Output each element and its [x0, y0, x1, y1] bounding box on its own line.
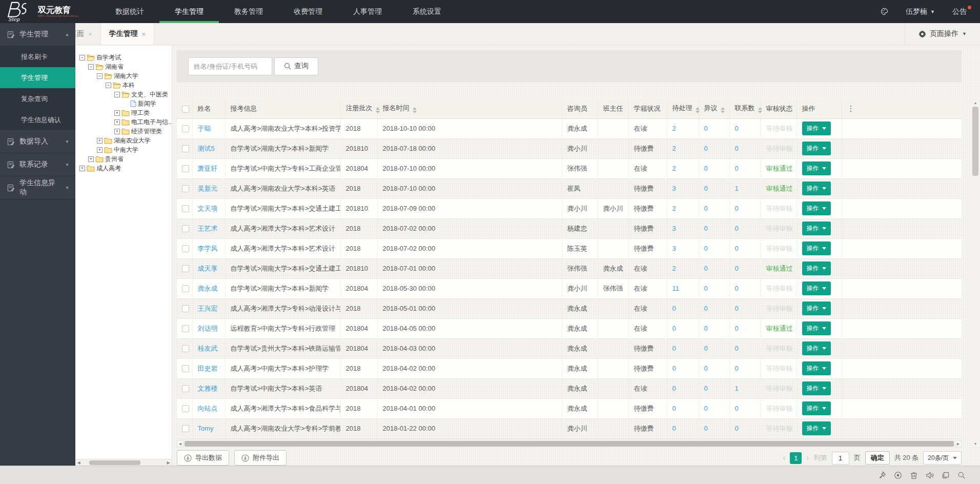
contact-count-link[interactable]: 0: [735, 125, 739, 132]
export-data-button[interactable]: 导出数据: [177, 450, 229, 466]
contact-count-link[interactable]: 0: [735, 345, 739, 352]
row-checkbox[interactable]: [182, 225, 189, 232]
collapse-icon[interactable]: −: [106, 83, 111, 88]
prev-page-icon[interactable]: ‹: [783, 453, 785, 462]
nav-item-6[interactable]: 系统设置: [397, 0, 457, 23]
objection-count-link[interactable]: 0: [704, 125, 708, 132]
student-name-link[interactable]: 王兴宏: [198, 305, 218, 312]
column-settings-icon[interactable]: ⋮: [847, 104, 855, 113]
expand-icon[interactable]: +: [114, 129, 120, 134]
row-action-button[interactable]: 操作: [802, 281, 831, 295]
objection-count-link[interactable]: 0: [704, 325, 708, 332]
sidebar-item-报名刷卡[interactable]: 报名刷卡: [0, 46, 75, 67]
student-name-link[interactable]: 成天享: [198, 265, 218, 272]
row-action-button[interactable]: 操作: [802, 221, 831, 235]
objection-count-link[interactable]: 0: [704, 145, 708, 152]
confirm-page-button[interactable]: 确定: [865, 451, 890, 465]
tree-node-1[interactable]: −自学考试: [77, 53, 172, 62]
row-checkbox[interactable]: [182, 165, 189, 172]
scroll-left-icon[interactable]: ◀: [177, 440, 183, 447]
student-name-link[interactable]: 刘达明: [198, 325, 218, 332]
scroll-down-icon[interactable]: ▼: [972, 440, 979, 447]
objection-count-link[interactable]: 0: [704, 305, 708, 312]
pending-count-link[interactable]: 0: [672, 325, 676, 332]
student-name-link[interactable]: 李学风: [198, 245, 218, 252]
tree-node-5[interactable]: −文史、中医类: [77, 90, 172, 99]
close-icon[interactable]: ×: [142, 30, 146, 38]
row-action-button[interactable]: 操作: [802, 241, 831, 255]
contact-count-link[interactable]: 1: [735, 385, 739, 392]
search-button[interactable]: 查询: [274, 57, 318, 75]
objection-count-link[interactable]: 0: [704, 425, 708, 432]
row-action-button[interactable]: 操作: [802, 261, 831, 275]
objection-count-link[interactable]: 0: [704, 365, 708, 372]
nav-item-5[interactable]: 人事管理: [338, 0, 397, 23]
objection-count-link[interactable]: 0: [704, 165, 708, 172]
tree-node-9[interactable]: +经济管理类: [77, 127, 172, 136]
scrollbar-thumb[interactable]: [185, 441, 954, 447]
collapse-icon[interactable]: −: [114, 92, 120, 97]
row-action-button[interactable]: 操作: [802, 341, 831, 355]
row-checkbox[interactable]: [182, 265, 189, 272]
pending-count-link[interactable]: 3: [672, 225, 676, 232]
objection-count-link[interactable]: 0: [704, 345, 708, 352]
objection-count-link[interactable]: 0: [704, 385, 708, 392]
theme-icon[interactable]: [881, 8, 888, 15]
scroll-right-icon[interactable]: ▶: [165, 459, 172, 466]
student-name-link[interactable]: 萧亚轩: [198, 165, 218, 172]
pending-count-link[interactable]: 0: [672, 405, 676, 412]
pending-count-link[interactable]: 3: [672, 185, 676, 192]
tree-node-6[interactable]: 新闻学: [77, 99, 172, 108]
export-attachment-button[interactable]: 附件导出: [234, 450, 287, 466]
student-name-link[interactable]: 桂友武: [198, 345, 218, 352]
pending-count-link[interactable]: 11: [672, 285, 680, 292]
contact-count-link[interactable]: 0: [735, 225, 739, 232]
collapse-icon[interactable]: −: [97, 73, 103, 79]
pending-count-link[interactable]: 0: [672, 345, 676, 352]
record-icon[interactable]: [894, 471, 902, 479]
expand-icon[interactable]: +: [97, 138, 103, 144]
row-action-button[interactable]: 操作: [802, 122, 831, 135]
pending-count-link[interactable]: 2: [672, 125, 676, 132]
volume-icon[interactable]: [926, 471, 934, 479]
row-checkbox[interactable]: [182, 185, 189, 192]
app-logo[interactable]: Step 双元教育 BBS Vocational Education: [0, 0, 100, 23]
close-icon[interactable]: ×: [88, 30, 92, 38]
nav-item-3[interactable]: 教务管理: [219, 0, 278, 23]
row-action-button[interactable]: 操作: [802, 201, 831, 215]
pending-count-link[interactable]: 0: [672, 305, 676, 312]
column-header-7[interactable]: 学籍状况: [628, 99, 667, 118]
row-action-button[interactable]: 操作: [802, 361, 831, 375]
contact-count-link[interactable]: 0: [735, 305, 739, 312]
pending-count-link[interactable]: 0: [672, 425, 676, 432]
column-header-5[interactable]: 咨询员: [562, 99, 598, 118]
contact-count-link[interactable]: 0: [735, 205, 739, 212]
nav-item-4[interactable]: 收费管理: [278, 0, 338, 23]
student-name-link[interactable]: 向站点: [198, 405, 218, 412]
row-action-button[interactable]: 操作: [802, 381, 831, 395]
sort-icon[interactable]: [696, 107, 700, 113]
user-menu[interactable]: 伍梦楠 ▼: [906, 7, 935, 16]
objection-count-link[interactable]: 0: [704, 265, 708, 272]
collapse-icon[interactable]: −: [88, 64, 94, 70]
row-checkbox[interactable]: [182, 245, 189, 252]
expand-icon[interactable]: +: [79, 166, 85, 171]
tree-node-7[interactable]: +理工类: [77, 108, 172, 117]
row-action-button[interactable]: 操作: [802, 321, 831, 335]
nav-item-2[interactable]: 学生管理: [159, 0, 219, 23]
student-name-link[interactable]: 龚永成: [198, 285, 218, 292]
row-action-button[interactable]: 操作: [802, 301, 831, 315]
row-action-button[interactable]: 操作: [802, 182, 831, 195]
tree-node-3[interactable]: −湖南大学: [77, 71, 172, 80]
notice-link[interactable]: 公告: [952, 7, 967, 16]
collapse-icon[interactable]: −: [79, 55, 85, 60]
expand-icon[interactable]: +: [114, 119, 120, 125]
row-checkbox[interactable]: [182, 125, 189, 132]
sort-icon[interactable]: [721, 107, 725, 113]
contact-count-link[interactable]: 0: [735, 245, 739, 252]
column-header-8[interactable]: 待处理: [667, 99, 699, 118]
tree-node-11[interactable]: +中南大学: [77, 145, 172, 154]
contact-count-link[interactable]: 1: [735, 185, 739, 192]
student-name-link[interactable]: 田史岩: [198, 365, 218, 372]
scrollbar-thumb[interactable]: [89, 460, 140, 465]
